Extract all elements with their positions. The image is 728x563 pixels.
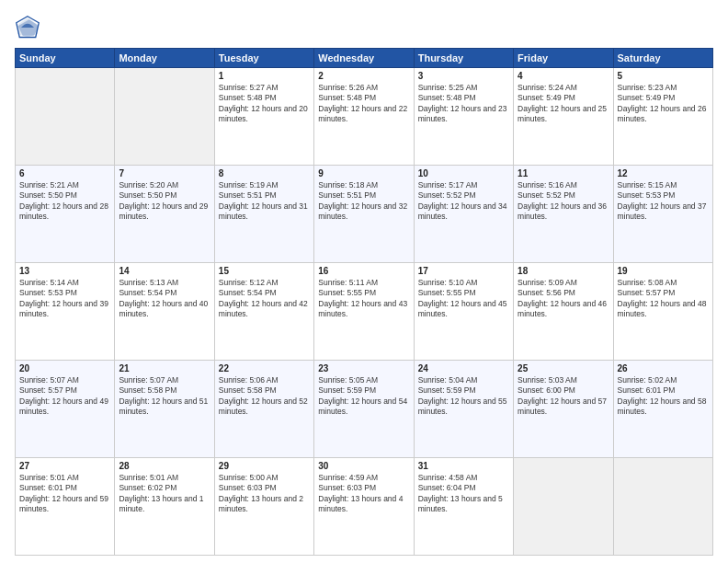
day-info: Sunrise: 5:08 AM Sunset: 5:57 PM Dayligh… — [618, 278, 709, 320]
day-info: Sunrise: 5:05 AM Sunset: 5:59 PM Dayligh… — [318, 375, 409, 418]
calendar-day-cell: 3Sunrise: 5:25 AM Sunset: 5:48 PM Daylig… — [414, 68, 513, 166]
day-number: 27 — [19, 461, 110, 471]
weekday-header-cell: Thursday — [414, 49, 513, 68]
day-number: 19 — [618, 266, 709, 276]
calendar-day-cell: 19Sunrise: 5:08 AM Sunset: 5:57 PM Dayli… — [613, 263, 712, 361]
calendar-day-cell: 9Sunrise: 5:18 AM Sunset: 5:51 PM Daylig… — [314, 166, 414, 263]
calendar-day-cell: 27Sunrise: 5:01 AM Sunset: 6:01 PM Dayli… — [16, 458, 115, 556]
day-number: 18 — [518, 266, 609, 276]
calendar-day-cell: 12Sunrise: 5:15 AM Sunset: 5:53 PM Dayli… — [613, 166, 712, 263]
day-info: Sunrise: 5:13 AM Sunset: 5:54 PM Dayligh… — [119, 278, 210, 320]
calendar-day-cell: 25Sunrise: 5:03 AM Sunset: 6:00 PM Dayli… — [514, 361, 613, 458]
calendar-day-cell: 7Sunrise: 5:20 AM Sunset: 5:50 PM Daylig… — [115, 166, 214, 263]
weekday-header-cell: Sunday — [16, 49, 115, 68]
calendar-day-cell: 21Sunrise: 5:07 AM Sunset: 5:58 PM Dayli… — [115, 361, 214, 458]
calendar-day-cell: 2Sunrise: 5:26 AM Sunset: 5:48 PM Daylig… — [314, 68, 414, 166]
logo-icon — [15, 15, 40, 40]
day-number: 20 — [19, 363, 110, 373]
day-info: Sunrise: 5:02 AM Sunset: 6:01 PM Dayligh… — [618, 375, 709, 418]
day-info: Sunrise: 5:09 AM Sunset: 5:56 PM Dayligh… — [518, 278, 609, 320]
weekday-header-cell: Monday — [115, 49, 214, 68]
calendar-day-cell: 31Sunrise: 4:58 AM Sunset: 6:04 PM Dayli… — [414, 458, 513, 556]
day-number: 24 — [418, 363, 509, 373]
calendar-table: SundayMondayTuesdayWednesdayThursdayFrid… — [15, 48, 713, 556]
day-info: Sunrise: 5:17 AM Sunset: 5:52 PM Dayligh… — [418, 180, 509, 223]
day-number: 21 — [119, 363, 210, 373]
day-number: 17 — [418, 266, 509, 276]
day-number: 25 — [518, 363, 609, 373]
day-info: Sunrise: 5:18 AM Sunset: 5:51 PM Dayligh… — [318, 180, 409, 223]
day-info: Sunrise: 5:20 AM Sunset: 5:50 PM Dayligh… — [119, 180, 210, 223]
calendar-day-cell: 13Sunrise: 5:14 AM Sunset: 5:53 PM Dayli… — [16, 263, 115, 361]
day-number: 10 — [418, 168, 509, 178]
calendar-day-cell: 15Sunrise: 5:12 AM Sunset: 5:54 PM Dayli… — [214, 263, 313, 361]
day-number: 14 — [119, 266, 210, 276]
day-number: 3 — [418, 71, 509, 81]
calendar-day-cell: 6Sunrise: 5:21 AM Sunset: 5:50 PM Daylig… — [16, 166, 115, 263]
calendar-week-row: 13Sunrise: 5:14 AM Sunset: 5:53 PM Dayli… — [16, 263, 713, 361]
logo — [15, 15, 44, 40]
calendar-week-row: 27Sunrise: 5:01 AM Sunset: 6:01 PM Dayli… — [16, 458, 713, 556]
day-info: Sunrise: 5:24 AM Sunset: 5:49 PM Dayligh… — [518, 83, 609, 125]
calendar-day-cell: 1Sunrise: 5:27 AM Sunset: 5:48 PM Daylig… — [214, 68, 313, 166]
weekday-header-cell: Wednesday — [314, 49, 414, 68]
calendar-day-cell: 17Sunrise: 5:10 AM Sunset: 5:55 PM Dayli… — [414, 263, 513, 361]
calendar-day-cell: 10Sunrise: 5:17 AM Sunset: 5:52 PM Dayli… — [414, 166, 513, 263]
calendar-day-cell: 14Sunrise: 5:13 AM Sunset: 5:54 PM Dayli… — [115, 263, 214, 361]
page: SundayMondayTuesdayWednesdayThursdayFrid… — [0, 0, 728, 563]
calendar-day-cell — [613, 458, 712, 556]
calendar-day-cell: 30Sunrise: 4:59 AM Sunset: 6:03 PM Dayli… — [314, 458, 414, 556]
day-info: Sunrise: 5:00 AM Sunset: 6:03 PM Dayligh… — [219, 473, 310, 515]
day-info: Sunrise: 5:15 AM Sunset: 5:53 PM Dayligh… — [618, 180, 709, 223]
calendar-day-cell: 22Sunrise: 5:06 AM Sunset: 5:58 PM Dayli… — [214, 361, 313, 458]
weekday-header-row: SundayMondayTuesdayWednesdayThursdayFrid… — [16, 49, 713, 68]
day-number: 26 — [618, 363, 709, 373]
calendar-day-cell: 29Sunrise: 5:00 AM Sunset: 6:03 PM Dayli… — [214, 458, 313, 556]
calendar-day-cell: 11Sunrise: 5:16 AM Sunset: 5:52 PM Dayli… — [514, 166, 613, 263]
day-number: 12 — [618, 168, 709, 178]
day-info: Sunrise: 5:06 AM Sunset: 5:58 PM Dayligh… — [219, 375, 310, 418]
day-number: 22 — [219, 363, 310, 373]
weekday-header-cell: Tuesday — [214, 49, 313, 68]
day-number: 6 — [19, 168, 110, 178]
day-info: Sunrise: 5:26 AM Sunset: 5:48 PM Dayligh… — [318, 83, 409, 125]
day-number: 29 — [219, 461, 310, 471]
calendar-day-cell: 4Sunrise: 5:24 AM Sunset: 5:49 PM Daylig… — [514, 68, 613, 166]
calendar-day-cell: 28Sunrise: 5:01 AM Sunset: 6:02 PM Dayli… — [115, 458, 214, 556]
day-number: 1 — [219, 71, 310, 81]
day-info: Sunrise: 5:16 AM Sunset: 5:52 PM Dayligh… — [518, 180, 609, 223]
day-info: Sunrise: 4:58 AM Sunset: 6:04 PM Dayligh… — [418, 473, 509, 515]
day-info: Sunrise: 5:01 AM Sunset: 6:01 PM Dayligh… — [19, 473, 110, 515]
header — [15, 15, 713, 40]
day-info: Sunrise: 5:04 AM Sunset: 5:59 PM Dayligh… — [418, 375, 509, 418]
calendar-day-cell — [16, 68, 115, 166]
day-number: 11 — [518, 168, 609, 178]
calendar-day-cell: 18Sunrise: 5:09 AM Sunset: 5:56 PM Dayli… — [514, 263, 613, 361]
day-info: Sunrise: 5:21 AM Sunset: 5:50 PM Dayligh… — [19, 180, 110, 223]
day-number: 28 — [119, 461, 210, 471]
calendar-week-row: 1Sunrise: 5:27 AM Sunset: 5:48 PM Daylig… — [16, 68, 713, 166]
day-info: Sunrise: 5:10 AM Sunset: 5:55 PM Dayligh… — [418, 278, 509, 320]
calendar-week-row: 6Sunrise: 5:21 AM Sunset: 5:50 PM Daylig… — [16, 166, 713, 263]
calendar-day-cell: 24Sunrise: 5:04 AM Sunset: 5:59 PM Dayli… — [414, 361, 513, 458]
day-info: Sunrise: 5:19 AM Sunset: 5:51 PM Dayligh… — [219, 180, 310, 223]
day-number: 9 — [318, 168, 409, 178]
calendar-day-cell: 23Sunrise: 5:05 AM Sunset: 5:59 PM Dayli… — [314, 361, 414, 458]
day-info: Sunrise: 5:01 AM Sunset: 6:02 PM Dayligh… — [119, 473, 210, 515]
day-number: 30 — [318, 461, 409, 471]
day-info: Sunrise: 4:59 AM Sunset: 6:03 PM Dayligh… — [318, 473, 409, 515]
calendar-day-cell: 20Sunrise: 5:07 AM Sunset: 5:57 PM Dayli… — [16, 361, 115, 458]
calendar-day-cell — [115, 68, 214, 166]
day-info: Sunrise: 5:12 AM Sunset: 5:54 PM Dayligh… — [219, 278, 310, 320]
day-info: Sunrise: 5:11 AM Sunset: 5:55 PM Dayligh… — [318, 278, 409, 320]
day-info: Sunrise: 5:25 AM Sunset: 5:48 PM Dayligh… — [418, 83, 509, 125]
calendar-day-cell: 26Sunrise: 5:02 AM Sunset: 6:01 PM Dayli… — [613, 361, 712, 458]
day-number: 16 — [318, 266, 409, 276]
calendar-day-cell — [514, 458, 613, 556]
calendar-body: 1Sunrise: 5:27 AM Sunset: 5:48 PM Daylig… — [16, 68, 713, 556]
day-info: Sunrise: 5:03 AM Sunset: 6:00 PM Dayligh… — [518, 375, 609, 418]
day-number: 23 — [318, 363, 409, 373]
day-info: Sunrise: 5:23 AM Sunset: 5:49 PM Dayligh… — [618, 83, 709, 125]
day-number: 5 — [618, 71, 709, 81]
day-number: 31 — [418, 461, 509, 471]
